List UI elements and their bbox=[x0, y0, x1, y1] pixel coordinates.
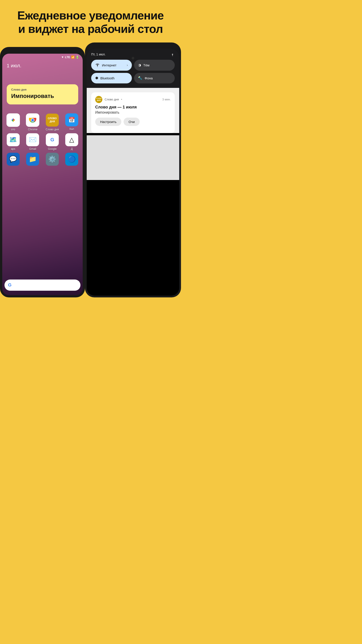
dark-label: Тём bbox=[143, 63, 149, 67]
photos-icon bbox=[6, 113, 20, 127]
app-chrome[interactable]: Chrome bbox=[24, 113, 41, 131]
phone-front: Пт, 1 июл. bbox=[85, 42, 181, 298]
wifi-tile-icon bbox=[95, 63, 100, 68]
notification-title: Слово дня — 1 июля bbox=[95, 105, 171, 110]
calendar-icon: 📅 bbox=[65, 113, 78, 126]
wifi-icon-front bbox=[170, 52, 175, 56]
date-front: Пт, 1 июл. bbox=[91, 52, 105, 56]
svg-point-4 bbox=[31, 119, 34, 122]
photos-label: ото bbox=[11, 128, 15, 131]
tile-bluetooth[interactable]: ✱ Bluetooth bbox=[91, 73, 132, 84]
messages-icon: 💬 bbox=[7, 153, 20, 166]
phones-container: ▼ LTE 📶 🔋 1 июл. Слово дня Импонировать bbox=[0, 42, 181, 302]
notification-body: Импонировать bbox=[95, 110, 171, 114]
app-google[interactable]: G Google bbox=[43, 133, 61, 150]
drive-icon: △ bbox=[65, 133, 78, 146]
google-icon: G bbox=[46, 133, 59, 146]
svg-point-8 bbox=[97, 66, 98, 67]
flashlight-label: Фона bbox=[145, 76, 153, 80]
app-slovo[interactable]: СЛОВО ДНЯ Слово дня bbox=[43, 113, 61, 131]
camera-notch bbox=[132, 57, 134, 60]
slovo-label: Слово дня bbox=[45, 128, 59, 131]
notification-item[interactable]: СловоДНЯ Слово дня • 3 мин. Слово дня — … bbox=[91, 92, 175, 133]
svg-text:G: G bbox=[50, 137, 54, 142]
gmail-icon: ✉️ bbox=[26, 133, 39, 146]
calendar-label: Кал bbox=[69, 128, 74, 130]
gmail-label: Gmail bbox=[29, 147, 36, 150]
bluetooth-icon: ✱ bbox=[95, 76, 98, 80]
app-grid: ото bbox=[2, 104, 83, 169]
notification-bottom-area bbox=[87, 135, 179, 180]
app-calendar[interactable]: 📅 Кал bbox=[63, 113, 81, 131]
phone-front-screen: Пт, 1 июл. bbox=[87, 49, 179, 296]
chrome-icon bbox=[26, 113, 39, 127]
tile-dark[interactable]: ◑ Тём bbox=[134, 60, 175, 71]
tile-flashlight[interactable]: 🔦 Фона bbox=[134, 73, 175, 84]
date-back: 1 июл. bbox=[2, 60, 83, 71]
maps-label: aps bbox=[11, 147, 15, 150]
widget-label: Слово дня bbox=[11, 88, 74, 91]
settings-icon: ⚙️ bbox=[46, 153, 59, 166]
header-title: Ежедневное уведомление и виджет на рабоч… bbox=[7, 9, 174, 36]
dark-icon: ◑ bbox=[138, 63, 141, 67]
status-bar-back: ▼ LTE 📶 🔋 bbox=[2, 54, 83, 60]
clear-button[interactable]: Очи bbox=[124, 118, 140, 126]
app-settings[interactable]: ⚙️ bbox=[43, 153, 61, 167]
notification-app-icon: СловоДНЯ bbox=[95, 96, 102, 103]
phone-back: ▼ LTE 📶 🔋 1 июл. Слово дня Импонировать bbox=[0, 47, 85, 298]
app-maps[interactable]: 🗺️ aps bbox=[4, 133, 22, 150]
internet-label: Интернет bbox=[102, 63, 116, 67]
lte-text: LTE bbox=[65, 56, 70, 59]
svg-point-7 bbox=[172, 55, 173, 56]
notification-dot: • bbox=[121, 98, 122, 101]
word-widget[interactable]: Слово дня Импонировать bbox=[7, 84, 78, 104]
status-icons: ▼ LTE 📶 🔋 bbox=[61, 56, 79, 59]
app-drive[interactable]: △ Д bbox=[63, 133, 81, 150]
status-bar-front: Пт, 1 июл. bbox=[91, 52, 175, 56]
bluetooth-label: Bluetooth bbox=[100, 76, 114, 80]
signal-bars: 📶 bbox=[71, 56, 75, 59]
app-messages[interactable]: 💬 bbox=[4, 153, 22, 167]
wifi-icon-back: ▼ bbox=[61, 56, 64, 59]
app-extra[interactable]: 🔵 bbox=[63, 153, 81, 167]
chrome-label: Chrome bbox=[28, 128, 37, 131]
google-label: Google bbox=[48, 147, 56, 150]
notification-header: СловоДНЯ Слово дня • 3 мин. bbox=[95, 96, 171, 103]
app-photos[interactable]: ото bbox=[4, 113, 22, 131]
drive-label: Д bbox=[71, 147, 73, 150]
notification-panel: Пт, 1 июл. bbox=[87, 49, 179, 88]
notification-actions: Настроить Очи bbox=[95, 118, 171, 130]
phone-back-screen: ▼ LTE 📶 🔋 1 июл. Слово дня Импонировать bbox=[2, 54, 83, 295]
extra-icon: 🔵 bbox=[65, 153, 78, 166]
app-gmail[interactable]: ✉️ Gmail bbox=[24, 133, 41, 150]
tile-internet[interactable]: Интернет › bbox=[91, 60, 132, 71]
internet-chevron: › bbox=[127, 63, 128, 67]
maps-icon: 🗺️ bbox=[7, 133, 20, 146]
header-section: Ежедневное уведомление и виджет на рабоч… bbox=[0, 0, 181, 42]
battery-icon: 🔋 bbox=[75, 56, 79, 59]
google-g-letter: G bbox=[8, 282, 12, 288]
quick-settings-tiles: Интернет › ◑ Тём ✱ Bluetooth bbox=[91, 60, 175, 84]
widget-word: Импонировать bbox=[11, 92, 74, 100]
notification-time: 3 мин. bbox=[162, 98, 171, 101]
settings-button[interactable]: Настроить bbox=[95, 118, 121, 126]
google-search-bar[interactable]: G bbox=[4, 280, 80, 291]
files-icon: 📁 bbox=[26, 153, 39, 166]
slovo-icon: СЛОВО ДНЯ bbox=[45, 113, 59, 127]
flashlight-icon: 🔦 bbox=[138, 76, 142, 80]
notification-app-name: Слово дня bbox=[105, 98, 119, 101]
notification-card-area: СловоДНЯ Слово дня • 3 мин. Слово дня — … bbox=[87, 88, 179, 133]
app-files[interactable]: 📁 bbox=[24, 153, 41, 167]
